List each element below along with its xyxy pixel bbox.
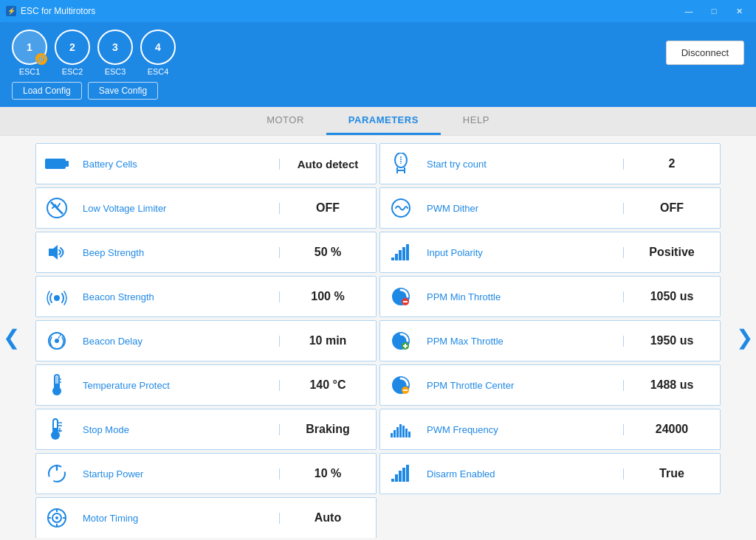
disarm-enabled-value: True <box>624 467 720 480</box>
svg-rect-39 <box>402 247 405 260</box>
startup-power-icon <box>36 463 77 484</box>
esc-buttons-group: 1 🔗 ESC1 2 ESC2 3 ESC3 <box>12 30 176 76</box>
start-try-count-value: 2 <box>624 157 720 170</box>
disarm-enabled-row[interactable]: Disarm Enabled True <box>379 453 721 494</box>
ppm-center-row[interactable]: PPM Throttle Center 1488 us <box>379 364 721 406</box>
tab-help[interactable]: HELP <box>441 107 512 135</box>
stop-mode-row[interactable]: Stop Mode Braking <box>35 409 377 450</box>
temp-protect-name: Temperature Protect <box>77 380 280 391</box>
minimize-button[interactable]: — <box>678 0 700 22</box>
svg-point-25 <box>55 516 58 519</box>
nav-arrow-right[interactable]: ❯ <box>736 325 753 349</box>
disarm-enabled-name: Disarm Enabled <box>421 468 624 480</box>
startup-power-name: Startup Power <box>77 468 280 480</box>
stop-mode-icon <box>36 418 77 441</box>
stop-mode-value: Braking <box>280 423 376 436</box>
svg-rect-51 <box>391 433 393 437</box>
start-try-count-icon <box>380 153 421 175</box>
tab-parameters[interactable]: PARAMETERS <box>326 107 441 135</box>
esc4-number: 4 <box>155 41 161 53</box>
esc4-button[interactable]: 4 ESC4 <box>140 30 176 76</box>
battery-cells-value: Auto detect <box>280 158 376 170</box>
ppm-max-row[interactable]: PPM Max Throttle 1950 us <box>379 320 721 361</box>
ppm-max-value: 1950 us <box>624 334 720 347</box>
maximize-button[interactable]: □ <box>703 0 725 22</box>
pwm-freq-row[interactable]: PWM Frequency 24000 <box>379 409 721 450</box>
esc1-label: ESC1 <box>19 67 41 76</box>
svg-rect-1 <box>66 161 69 167</box>
svg-marker-4 <box>49 245 58 260</box>
esc1-button[interactable]: 1 🔗 ESC1 <box>12 30 47 76</box>
input-polarity-icon <box>380 243 421 262</box>
load-config-button[interactable]: Load Config <box>12 82 82 100</box>
ppm-min-name: PPM Min Throttle <box>421 291 624 302</box>
motor-timing-value: Auto <box>280 511 376 525</box>
battery-cells-name: Battery Cells <box>77 159 280 170</box>
beacon-strength-value: 100 % <box>280 290 376 303</box>
disarm-enabled-icon <box>380 464 421 483</box>
tab-motor[interactable]: MOTOR <box>244 107 326 135</box>
ppm-center-icon <box>380 374 421 396</box>
svg-rect-56 <box>405 429 408 437</box>
low-voltage-row[interactable]: Low Voltage Limiter OFF <box>35 187 377 229</box>
input-polarity-row[interactable]: Input Polarity Positive <box>379 232 721 273</box>
svg-rect-40 <box>406 244 409 260</box>
temp-protect-icon <box>36 373 77 397</box>
start-try-count-row[interactable]: Start try count 2 <box>379 143 721 184</box>
low-voltage-value: OFF <box>280 201 376 215</box>
motor-timing-icon <box>36 507 77 529</box>
svg-rect-58 <box>391 479 394 482</box>
temp-protect-row[interactable]: Temperature Protect 140 °C <box>35 364 377 406</box>
esc2-number: 2 <box>69 41 75 53</box>
svg-rect-52 <box>394 430 396 437</box>
pwm-freq-name: PWM Frequency <box>421 424 624 435</box>
esc3-label: ESC3 <box>105 67 126 76</box>
config-buttons-group: Load Config Save Config <box>12 82 744 107</box>
esc2-button[interactable]: 2 ESC2 <box>55 30 90 76</box>
close-button[interactable]: ✕ <box>728 0 750 22</box>
svg-rect-11 <box>55 384 58 391</box>
battery-cells-row[interactable]: Battery Cells Auto detect <box>35 143 377 184</box>
title-bar: ⚡ ESC for Multirotors — □ ✕ <box>0 0 756 22</box>
app-icon: ⚡ <box>6 6 16 16</box>
esc3-button[interactable]: 3 ESC3 <box>97 30 133 76</box>
beacon-delay-row[interactable]: Beacon Delay 10 min <box>35 320 377 361</box>
input-polarity-name: Input Polarity <box>421 247 624 258</box>
svg-rect-53 <box>396 427 399 437</box>
ppm-center-value: 1488 us <box>624 378 720 392</box>
low-voltage-icon <box>36 196 77 220</box>
beep-strength-row[interactable]: Beep Strength 50 % <box>35 232 377 273</box>
ppm-min-row[interactable]: PPM Min Throttle 1050 us <box>379 276 721 317</box>
svg-point-5 <box>54 295 60 301</box>
tabs-bar: MOTOR PARAMETERS HELP <box>0 107 756 136</box>
startup-power-row[interactable]: Startup Power 10 % <box>35 453 377 494</box>
nav-arrow-left[interactable]: ❮ <box>3 325 20 349</box>
svg-rect-54 <box>399 424 402 437</box>
disconnect-button[interactable]: Disconnect <box>666 41 744 65</box>
pwm-dither-row[interactable]: PWM Dither OFF <box>379 187 721 229</box>
beacon-delay-name: Beacon Delay <box>77 336 280 347</box>
beacon-strength-icon <box>36 286 77 307</box>
esc3-number: 3 <box>112 41 118 53</box>
svg-rect-55 <box>402 426 405 437</box>
pwm-dither-name: PWM Dither <box>421 203 624 214</box>
esc2-label: ESC2 <box>62 67 83 76</box>
save-config-button[interactable]: Save Config <box>88 82 158 100</box>
ppm-max-name: PPM Max Throttle <box>421 336 624 347</box>
svg-rect-57 <box>408 432 410 437</box>
ppm-center-name: PPM Throttle Center <box>421 380 624 391</box>
motor-timing-row[interactable]: Motor Timing Auto <box>35 497 377 538</box>
svg-rect-16 <box>54 428 57 435</box>
beacon-strength-name: Beacon Strength <box>77 291 280 302</box>
svg-rect-60 <box>399 471 402 482</box>
esc4-label: ESC4 <box>148 67 169 76</box>
svg-rect-61 <box>402 468 405 482</box>
svg-rect-0 <box>45 159 66 169</box>
params-grid: Battery Cells Auto detect Low Voltage Li… <box>35 143 721 538</box>
beacon-strength-row[interactable]: Beacon Strength 100 % <box>35 276 377 317</box>
pwm-freq-value: 24000 <box>624 423 720 436</box>
pwm-freq-icon <box>380 420 421 439</box>
input-polarity-value: Positive <box>624 246 720 259</box>
app-title: ESC for Multirotors <box>21 6 95 16</box>
ppm-min-value: 1050 us <box>624 290 720 303</box>
